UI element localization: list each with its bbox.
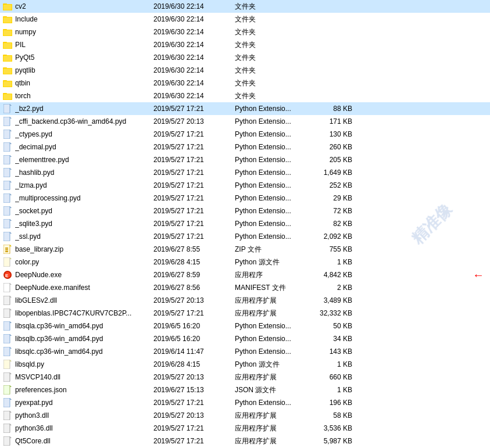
file-icon — [2, 40, 13, 49]
svg-rect-68 — [5, 249, 8, 250]
table-row[interactable]: E DeepNude.exe2019/6/27 8:59应用程序4,842 KB… — [0, 268, 490, 281]
file-date: 2019/5/27 17:21 — [153, 105, 235, 113]
file-icon — [2, 257, 13, 267]
table-row[interactable]: _cffi_backend.cp36-win_amd64.pyd2019/5/2… — [0, 115, 490, 128]
svg-marker-37 — [10, 117, 12, 119]
table-row[interactable]: libopenblas.IPBC74C7KURV7CB2P...2019/5/2… — [0, 307, 490, 320]
file-type: Python Extensio... — [235, 322, 310, 330]
file-date: 2019/6/5 16:20 — [153, 322, 235, 330]
file-icon — [2, 27, 13, 37]
file-name-label: _socket.pyd — [15, 207, 52, 215]
table-row[interactable]: libGLESv2.dll2019/5/27 20:13应用程序扩展3,489 … — [0, 294, 490, 307]
file-icon — [2, 2, 13, 11]
file-type: Python Extensio... — [235, 220, 310, 228]
table-row[interactable]: MSVCP140.dll2019/5/27 20:13应用程序扩展660 KB — [0, 371, 490, 384]
file-name-label: _cffi_backend.cp36-win_amd64.pyd — [15, 117, 126, 126]
svg-rect-103 — [3, 436, 10, 446]
table-row[interactable]: base_library.zip2019/6/27 8:55ZIP 文件755 … — [0, 243, 490, 256]
file-size: 3,489 KB — [310, 296, 357, 304]
file-type: 应用程序 — [235, 270, 310, 280]
file-icon — [2, 117, 13, 126]
svg-marker-93 — [10, 372, 12, 374]
table-row[interactable]: torch2019/6/30 22:14文件夹 — [0, 89, 490, 102]
file-icon — [2, 130, 13, 139]
file-name-label: MSVCP140.dll — [15, 373, 60, 381]
file-date: 2019/5/27 17:21 — [153, 207, 235, 215]
svg-rect-32 — [3, 104, 10, 113]
file-type: 应用程序扩展 — [235, 309, 310, 318]
table-row[interactable]: _ssl.pyd2019/5/27 17:21Python Extensio..… — [0, 230, 490, 243]
file-type: MANIFEST 文件 — [235, 283, 310, 293]
table-row[interactable]: color.py2019/6/28 4:15Python 源文件1 KB — [0, 256, 490, 268]
file-type: Python Extensio... — [235, 232, 310, 241]
table-row[interactable]: _bz2.pyd2019/5/27 17:21Python Extensio..… — [0, 102, 490, 115]
table-row[interactable]: qtbin2019/6/30 22:14文件夹 — [0, 77, 490, 89]
file-type: Python Extensio... — [235, 117, 310, 126]
file-date: 2019/6/30 22:14 — [153, 79, 235, 87]
svg-rect-62 — [3, 232, 10, 241]
table-row[interactable]: _socket.pyd2019/5/27 17:21Python Extensi… — [0, 205, 490, 217]
file-size: 143 KB — [310, 347, 357, 356]
svg-rect-70 — [3, 257, 10, 267]
file-name-label: _lzma.pyd — [15, 181, 47, 189]
file-size: 2 KB — [310, 284, 357, 292]
table-row[interactable]: _ctypes.pyd2019/5/27 17:21Python Extensi… — [0, 128, 490, 141]
table-row[interactable]: DeepNude.exe.manifest2019/6/27 8:56MANIF… — [0, 281, 490, 294]
file-name-cell: libsqld.py — [2, 360, 153, 369]
svg-marker-80 — [10, 309, 12, 310]
file-name-cell: _multiprocessing.pyd — [2, 193, 153, 203]
svg-marker-66 — [10, 245, 12, 246]
table-row[interactable]: pyexpat.pyd2019/5/27 17:21Python Extensi… — [0, 396, 490, 409]
file-date: 2019/6/27 8:55 — [153, 245, 235, 253]
table-row[interactable]: Include2019/6/30 22:14文件夹 — [0, 13, 490, 26]
table-row[interactable]: preferences.json2019/6/27 15:13JSON 源文件1… — [0, 384, 490, 396]
table-row[interactable]: numpy2019/6/30 22:14文件夹 — [0, 26, 490, 38]
file-date: 2019/5/27 17:21 — [153, 181, 235, 189]
file-icon — [2, 372, 13, 382]
file-name-cell: libGLESv2.dll — [2, 296, 153, 305]
svg-rect-3 — [3, 5, 12, 10]
file-name-cell: Qt5Core.dll — [2, 436, 153, 446]
svg-rect-7 — [3, 17, 12, 23]
table-row[interactable]: PyQt52019/6/30 22:14文件夹 — [0, 51, 490, 64]
file-name-label: _ssl.pyd — [15, 232, 41, 241]
svg-marker-100 — [10, 411, 12, 413]
file-icon — [2, 232, 13, 241]
file-icon — [2, 219, 13, 228]
file-date: 2019/6/28 4:15 — [153, 360, 235, 368]
file-type: 文件夹 — [235, 78, 310, 88]
table-row[interactable]: cv22019/6/30 22:14文件夹 — [0, 0, 490, 13]
table-row[interactable]: PIL2019/6/30 22:14文件夹 — [0, 38, 490, 51]
table-row[interactable]: _sqlite3.pyd2019/5/27 17:21Python Extens… — [0, 217, 490, 230]
file-name-label: libopenblas.IPBC74C7KURV7CB2P... — [15, 309, 131, 317]
file-type: Python Extensio... — [235, 130, 310, 138]
table-row[interactable]: libsqlb.cp36-win_amd64.pyd2019/6/5 16:20… — [0, 332, 490, 345]
file-icon — [2, 53, 13, 62]
table-row[interactable]: libsqlc.cp36-win_amd64.pyd2019/6/14 11:4… — [0, 345, 490, 358]
table-row[interactable]: Qt5Core.dll2019/5/27 17:21应用程序扩展5,987 KB — [0, 435, 490, 447]
file-size: 4,842 KB — [310, 271, 357, 279]
file-size: 3,536 KB — [310, 424, 357, 432]
table-row[interactable]: _hashlib.pyd2019/5/27 17:21Python Extens… — [0, 166, 490, 179]
table-row[interactable]: python36.dll2019/5/27 17:21应用程序扩展3,536 K… — [0, 422, 490, 435]
file-date: 2019/6/30 22:14 — [153, 2, 235, 10]
table-row[interactable]: _elementtree.pyd2019/5/27 17:21Python Ex… — [0, 153, 490, 166]
table-row[interactable]: _decimal.pyd2019/5/27 17:21Python Extens… — [0, 141, 490, 153]
table-row[interactable]: pyqtlib2019/6/30 22:14文件夹 — [0, 64, 490, 77]
table-row[interactable]: python3.dll2019/5/27 20:13应用程序扩展58 KB — [0, 409, 490, 422]
file-size: 1 KB — [310, 386, 357, 394]
file-name-label: _ctypes.pyd — [15, 130, 52, 138]
table-row[interactable]: _multiprocessing.pyd2019/5/27 17:21Pytho… — [0, 192, 490, 205]
table-row[interactable]: _lzma.pyd2019/5/27 17:21Python Extensio.… — [0, 179, 490, 192]
file-name-cell: Include — [2, 15, 153, 24]
file-type: Python 源文件 — [235, 360, 310, 370]
file-name-cell: _cffi_backend.cp36-win_amd64.pyd — [2, 117, 153, 126]
file-icon — [2, 15, 13, 24]
file-name-label: pyexpat.pyd — [15, 399, 53, 407]
table-row[interactable]: libsqld.py2019/6/28 4:15Python 源文件1 KB — [0, 358, 490, 371]
svg-rect-41 — [3, 142, 10, 152]
file-name-label: cv2 — [15, 2, 26, 10]
table-row[interactable]: libsqla.cp36-win_amd64.pyd2019/6/5 16:20… — [0, 320, 490, 332]
file-type: Python Extensio... — [235, 399, 310, 407]
svg-rect-56 — [3, 206, 10, 216]
